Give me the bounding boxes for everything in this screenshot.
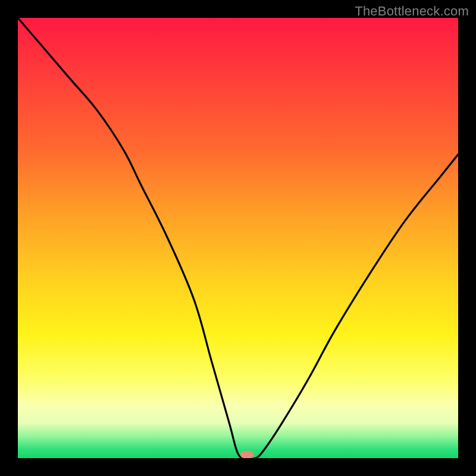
minimum-marker <box>240 451 253 458</box>
bottleneck-curve <box>18 18 458 458</box>
chart-stage: TheBottleneck.com <box>0 0 476 476</box>
watermark-text: TheBottleneck.com <box>355 4 469 19</box>
plot-area <box>18 18 458 458</box>
